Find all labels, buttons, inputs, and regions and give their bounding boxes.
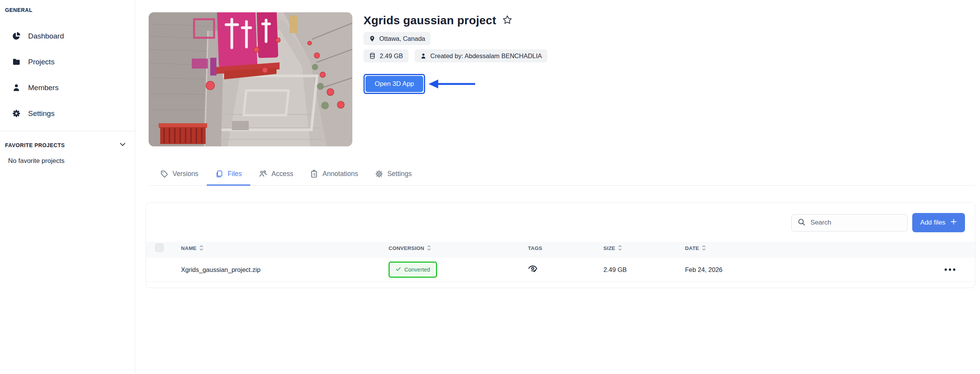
files-icon xyxy=(215,170,223,178)
file-date: Feb 24, 2026 xyxy=(685,266,925,273)
tab-label: Files xyxy=(228,170,242,178)
sidebar-item-label: Projects xyxy=(28,58,55,66)
sidebar-item-label: Dashboard xyxy=(28,32,64,40)
tab-bar: Versions Files Access Annotations xyxy=(149,164,975,186)
favorite-projects-toggle[interactable]: FAVORITE PROJECTS xyxy=(0,131,135,149)
favorites-empty-text: No favorite projects xyxy=(0,149,135,165)
sort-icon xyxy=(199,245,203,252)
search-icon xyxy=(797,218,806,228)
sort-icon xyxy=(702,245,706,252)
open-3d-app-button[interactable]: Open 3D App xyxy=(365,76,423,92)
database-icon xyxy=(369,52,376,59)
tab-versions[interactable]: Versions xyxy=(152,164,207,185)
tab-label: Access xyxy=(271,170,293,178)
tab-access[interactable]: Access xyxy=(250,164,302,185)
creator-badge-label: Created by: Abdessalam BENCHADLIA xyxy=(431,52,542,60)
person-icon xyxy=(420,53,427,59)
size-badge: 2.49 GB xyxy=(364,49,409,62)
gear-outline-icon xyxy=(375,170,383,178)
column-header-conversion[interactable]: CONVERSION xyxy=(389,245,528,252)
sidebar-item-label: Settings xyxy=(28,109,55,118)
annotation-highlight-box-blue: Open 3D App xyxy=(364,74,425,94)
sidebar-item-members[interactable]: Members xyxy=(0,75,135,101)
check-icon xyxy=(395,266,401,273)
search-input[interactable] xyxy=(811,219,901,226)
sort-icon xyxy=(427,245,431,252)
tab-label: Settings xyxy=(387,170,412,178)
tag-icon xyxy=(160,170,168,178)
page-title: Xgrids gaussian project xyxy=(364,14,496,27)
column-header-date[interactable]: DATE xyxy=(685,245,925,252)
table-header: NAME CONVERSION TAGS SIZE DATE xyxy=(146,242,975,258)
street-scene-image xyxy=(149,12,352,146)
gear-icon xyxy=(12,109,21,118)
conversion-status-label: Converted xyxy=(404,267,430,273)
tab-label: Versions xyxy=(173,170,198,178)
tab-annotations[interactable]: Annotations xyxy=(302,164,366,185)
plus-icon xyxy=(950,218,957,227)
files-toolbar: Add files xyxy=(146,203,975,242)
project-info: Xgrids gaussian project Ottawa, Canada xyxy=(364,12,547,146)
sidebar-section-favorites: FAVORITE PROJECTS xyxy=(5,142,65,148)
location-badge-label: Ottawa, Canada xyxy=(379,35,425,42)
sidebar-item-dashboard[interactable]: Dashboard xyxy=(0,23,135,49)
sidebar-item-label: Members xyxy=(28,84,59,92)
project-header: Xgrids gaussian project Ottawa, Canada xyxy=(149,12,980,146)
annotation-highlight-box-green: Converted xyxy=(389,262,437,278)
file-name: Xgrids_gaussian_project.zip xyxy=(181,266,389,273)
row-actions-menu[interactable] xyxy=(925,268,975,271)
app-window: GENERAL Dashboard Projects Members xyxy=(0,0,980,374)
file-size: 2.49 GB xyxy=(603,266,685,273)
map-pin-icon xyxy=(369,35,375,42)
sort-icon xyxy=(618,245,622,252)
add-files-button[interactable]: Add files xyxy=(912,213,965,232)
chevron-down-icon xyxy=(119,141,126,149)
people-icon xyxy=(259,169,267,178)
location-badge: Ottawa, Canada xyxy=(364,32,431,45)
conversion-status-badge: Converted xyxy=(391,264,435,275)
tab-label: Annotations xyxy=(322,170,358,178)
sidebar-nav: Dashboard Projects Members Settings xyxy=(0,23,135,126)
favorite-star-icon[interactable] xyxy=(502,15,513,27)
files-panel: Add files NAME CONVERSION TAGS xyxy=(146,202,975,288)
project-thumbnail[interactable] xyxy=(149,12,352,146)
size-badge-label: 2.49 GB xyxy=(380,52,403,60)
column-header-tags: TAGS xyxy=(528,245,603,251)
sidebar: GENERAL Dashboard Projects Members xyxy=(0,0,135,374)
search-box[interactable] xyxy=(791,214,908,231)
add-files-label: Add files xyxy=(920,219,945,226)
tab-settings[interactable]: Settings xyxy=(367,164,420,185)
person-icon xyxy=(12,83,21,92)
sidebar-item-projects[interactable]: Projects xyxy=(0,49,135,75)
main-content: Xgrids gaussian project Ottawa, Canada xyxy=(135,0,980,374)
clipboard-icon xyxy=(310,170,318,178)
eye-check-icon[interactable] xyxy=(528,268,538,275)
folder-icon xyxy=(12,57,21,66)
sidebar-item-settings[interactable]: Settings xyxy=(0,101,135,126)
column-header-size[interactable]: SIZE xyxy=(603,245,685,252)
select-all-checkbox[interactable] xyxy=(155,243,164,252)
pie-chart-icon xyxy=(12,32,21,40)
table-row[interactable]: Xgrids_gaussian_project.zip Converted xyxy=(146,258,975,282)
sidebar-section-general: GENERAL xyxy=(0,7,135,13)
tab-files[interactable]: Files xyxy=(207,164,250,185)
annotation-arrow xyxy=(428,78,476,90)
creator-badge: Created by: Abdessalam BENCHADLIA xyxy=(415,49,548,62)
column-header-name[interactable]: NAME xyxy=(181,245,389,252)
